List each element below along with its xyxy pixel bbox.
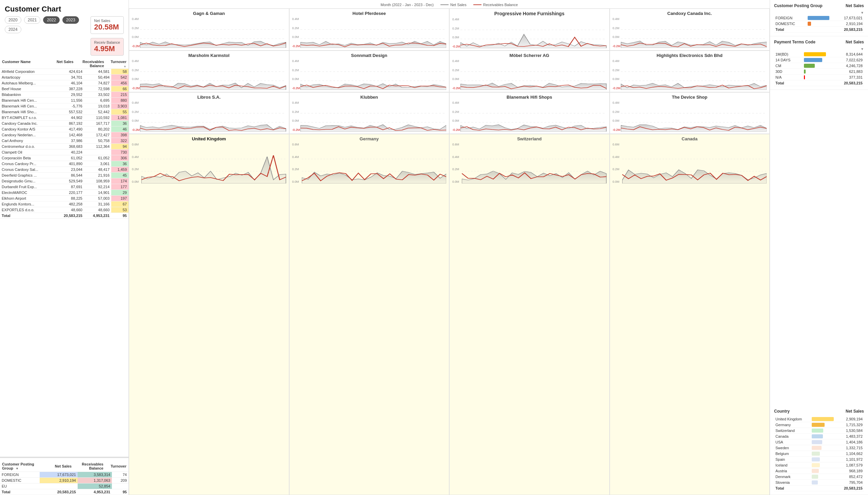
chart-cell-11: The Device Shop 0.4M 0.2M 0.0M -0.2M xyxy=(610,92,770,134)
customer-row: Centromerkur d.o.o. 368,683 112,364 94 xyxy=(0,144,129,150)
customer-name: Englunds Kontors... xyxy=(0,201,54,207)
col-header-turnover: Turnover ▲ xyxy=(107,60,126,68)
chart-cell-4: Marsholm Karmstol 0.4M 0.2M 0.0M -0.2M xyxy=(129,51,289,92)
customer-turnover: 197 xyxy=(111,195,129,201)
customer-netsales: 529,549 xyxy=(54,178,84,184)
chart-cell-5: Sonnmatt Design 0.4M 0.2M 0.0M -0.2M xyxy=(289,51,449,92)
right-country-value: 1,404,186 xyxy=(837,439,864,445)
customer-recv: 48,660 xyxy=(84,207,111,213)
customer-turnover: 730 xyxy=(111,150,129,155)
customer-netsales: 86,544 xyxy=(54,173,84,178)
customer-recv: 14,901 xyxy=(84,190,111,195)
customer-row: Afrifield Corporation 424,614 44,581 58 xyxy=(0,69,129,74)
customer-turnover: 53 xyxy=(111,207,129,213)
chart-cell-0: Gagn & Gaman 0.4M 0.2M 0.0M -0.2M xyxy=(129,8,289,51)
right-country-value: 2,909,194 xyxy=(837,416,864,422)
customer-row: Blanemark Hifi Cen... 11,556 6,695 880 xyxy=(0,98,129,103)
customer-turnover: 3,903 xyxy=(111,103,129,109)
payment-filter-icon[interactable]: ▼ xyxy=(861,47,864,51)
customer-turnover: 456 xyxy=(111,80,129,86)
right-posting-total-label: Total xyxy=(774,27,806,33)
posting-turnover: 209 xyxy=(112,478,129,483)
chart-cell-3: Candoxy Canada Inc. 0.4M 0.2M 0.0M -0.2M xyxy=(610,8,770,51)
posting-turnover xyxy=(112,483,129,489)
right-country-value: 1,104,662 xyxy=(837,451,864,457)
customer-row: Clampett Oil 40,224 730 xyxy=(0,150,129,155)
country-chart-cell-0: United Kingdom 0.6M 0.4M 0.2M 0.0M xyxy=(129,134,289,495)
right-payment-value: 4,246,728 xyxy=(830,63,864,69)
posting-group-name: DOMESTIC xyxy=(0,478,40,483)
year-2020[interactable]: 2020 xyxy=(5,16,21,24)
right-payment-name: 30D xyxy=(774,69,803,74)
customer-recv: 21,916 xyxy=(84,173,111,178)
right-country-row: Denmark 852,472 xyxy=(774,474,864,480)
right-posting-name: DOMESTIC xyxy=(774,21,806,27)
posting-filter-icon[interactable]: ▼ xyxy=(861,11,864,15)
customer-total-row: Total 20,583,215 4,953,231 95 xyxy=(0,213,129,219)
year-2024[interactable]: 2024 xyxy=(5,26,21,33)
right-country-bar xyxy=(810,451,837,457)
right-posting-section: Customer Posting Group Net Sales ▼ FOREI… xyxy=(770,0,868,36)
customer-name: Corporación Beta xyxy=(0,155,54,161)
right-posting-value: 2,910,194 xyxy=(833,21,864,27)
col-header-recv: Receivables Balance xyxy=(77,60,104,68)
customer-name: Antarticopy xyxy=(0,74,54,80)
customer-netsales: 220,177 xyxy=(54,190,84,195)
customer-netsales: 48,660 xyxy=(54,207,84,213)
year-2021[interactable]: 2021 xyxy=(24,16,41,24)
legend-period: Month (2022 - Jan - 2023 - Dec) xyxy=(381,3,434,7)
right-country-value: 852,472 xyxy=(837,474,864,480)
customer-row: Candoxy Kontor A/S 417,490 80,202 46 xyxy=(0,126,129,132)
right-country-name: Austria xyxy=(774,468,810,474)
customer-row: BYT-KOMPLET s.r.o. 44,902 110,592 1,081 xyxy=(0,115,129,121)
year-2023[interactable]: 2023 xyxy=(62,16,79,24)
country-chart-title-0: United Kingdom xyxy=(132,136,286,141)
right-payment-table: 1M(BD) 8,314,644 14 DAYS 7,022,629 CM 4,… xyxy=(774,52,864,86)
customer-table-scroll[interactable]: Afrifield Corporation 424,614 44,581 58 … xyxy=(0,69,129,457)
right-country-bar xyxy=(810,457,837,462)
right-country-total-label: Total xyxy=(774,485,810,491)
small-charts-grid: Gagn & Gaman 0.4M 0.2M 0.0M -0.2M Hotel … xyxy=(129,8,770,134)
right-country-section: Country Net Sales United Kingdom 2,909,1… xyxy=(770,406,868,495)
kpi-recv-balance: Receiv Balance 4.95M xyxy=(90,38,124,56)
posting-group-name: EU xyxy=(0,483,40,489)
right-country-row: Sweden 1,332,715 xyxy=(774,445,864,451)
right-country-value: 1,530,584 xyxy=(837,428,864,433)
right-country-bar xyxy=(810,428,837,433)
customer-row: Cronus Cardoxy Pr... 401,890 3,061 36 xyxy=(0,161,129,167)
customer-name: Cronus Cardoxy Sal... xyxy=(0,167,54,173)
chart-cell-6: Möbel Scherrer AG 0.4M 0.2M 0.0M -0.2M xyxy=(449,51,610,92)
right-country-name: Germany xyxy=(774,422,810,428)
right-country-row: Germany 1,715,329 xyxy=(774,422,864,428)
customer-row: Candoxy Nederlan... 142,468 172,427 398 xyxy=(0,132,129,138)
right-country-bar xyxy=(810,416,837,422)
right-payment-section: Payment Terms Code Net Sales ▼ 1M(BD) 8,… xyxy=(770,36,868,90)
customer-netsales: -5,776 xyxy=(54,103,84,109)
col-header-netsales: Net Sales xyxy=(46,60,73,68)
year-2022[interactable]: 2022 xyxy=(43,16,60,24)
country-charts-grid: United Kingdom 0.6M 0.4M 0.2M 0.0M Germa… xyxy=(129,134,770,495)
customer-turnover: 1,459 xyxy=(111,167,129,173)
chart-cell-7: Highlights Electronics Sdn Bhd 0.4M 0.2M… xyxy=(610,51,770,92)
right-country-value: 1,087,579 xyxy=(837,462,864,468)
customer-row: Englunds Kontors... 482,258 31,166 67 xyxy=(0,201,129,207)
chart-cell-title-8: Libros S.A. xyxy=(132,95,286,100)
posting-col-turnover: Turnover xyxy=(106,464,126,468)
right-country-bar xyxy=(810,474,837,480)
right-country-total-row: Total 20,583,215 xyxy=(774,485,864,491)
right-payment-name: 14 DAYS xyxy=(774,57,803,63)
customer-recv: 112,364 xyxy=(84,144,111,150)
customer-netsales: 44,902 xyxy=(54,115,84,121)
left-panel: Customer Chart 2020 2021 2022 2023 2024 xyxy=(0,0,129,495)
posting-total-turnover: 95 xyxy=(112,489,129,495)
right-payment-title: Payment Terms Code xyxy=(774,40,815,45)
right-payment-name: N/A xyxy=(774,74,803,80)
right-payment-total-row: Total 20,583,215 xyxy=(774,80,864,86)
chart-cell-2: Progressive Home Furnishings 0.4M 0.2M 0… xyxy=(449,8,610,51)
customer-row: Durbandit Fruit Exp... 87,691 92,214 177 xyxy=(0,184,129,190)
right-country-value: 1,715,329 xyxy=(837,422,864,428)
right-country-total-number: 20,583,215 xyxy=(837,485,864,491)
customer-netsales: 482,258 xyxy=(54,201,84,207)
right-payment-total-number: 20,583,215 xyxy=(830,80,864,86)
customer-turnover: 398 xyxy=(111,132,129,138)
